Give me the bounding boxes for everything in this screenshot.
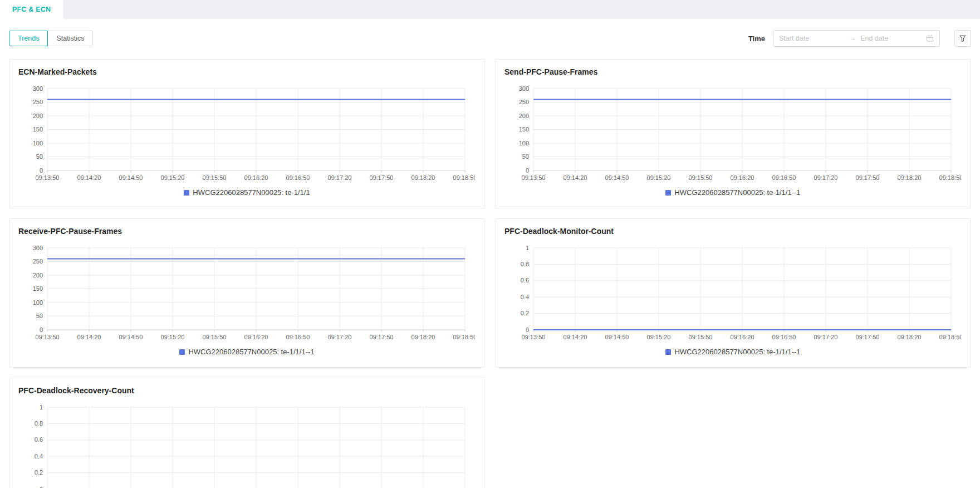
- legend-item[interactable]: HWCG2206028577N00025: te-1/1/1--1: [665, 348, 800, 356]
- svg-text:09:14:20: 09:14:20: [564, 174, 587, 181]
- svg-text:09:13:50: 09:13:50: [522, 174, 546, 181]
- svg-text:150: 150: [33, 126, 43, 133]
- svg-text:300: 300: [33, 245, 43, 251]
- chart-card: Receive-PFC-Pause-Frames 050100150200250…: [9, 218, 485, 368]
- chart-title: PFC-Deadlock-Monitor-Count: [504, 227, 962, 236]
- svg-text:0.8: 0.8: [521, 261, 529, 267]
- svg-text:0.8: 0.8: [35, 420, 43, 427]
- svg-text:0: 0: [40, 326, 43, 333]
- svg-text:09:15:50: 09:15:50: [203, 174, 227, 181]
- svg-text:09:15:50: 09:15:50: [203, 334, 227, 340]
- svg-text:0.4: 0.4: [35, 453, 43, 460]
- svg-text:200: 200: [519, 113, 529, 119]
- time-label: Time: [748, 35, 765, 43]
- svg-text:0.6: 0.6: [521, 277, 529, 284]
- svg-text:09:17:50: 09:17:50: [370, 174, 394, 181]
- legend-swatch-icon: [665, 349, 671, 355]
- svg-text:09:18:20: 09:18:20: [411, 334, 435, 340]
- svg-text:09:16:20: 09:16:20: [731, 334, 754, 340]
- tab-pfc-ecn[interactable]: PFC & ECN: [0, 0, 63, 19]
- svg-text:250: 250: [33, 99, 43, 105]
- svg-text:1: 1: [40, 404, 43, 411]
- toolbar: Trends Statistics Time Start date → End …: [9, 30, 971, 47]
- svg-text:09:17:20: 09:17:20: [814, 174, 838, 181]
- statistics-button[interactable]: Statistics: [47, 31, 93, 46]
- calendar-icon: [926, 35, 934, 42]
- svg-text:09:18:20: 09:18:20: [411, 174, 435, 181]
- view-toggle: Trends Statistics: [9, 31, 93, 46]
- svg-text:0: 0: [40, 486, 43, 488]
- end-date-input[interactable]: End date: [860, 35, 926, 42]
- chart-plot[interactable]: 00.20.40.60.8109:13:5009:14:2009:14:5009…: [18, 402, 476, 488]
- chart-card: PFC-Deadlock-Monitor-Count 00.20.40.60.8…: [495, 218, 971, 368]
- svg-text:0.2: 0.2: [35, 469, 43, 476]
- svg-text:250: 250: [33, 258, 43, 265]
- svg-text:250: 250: [519, 99, 529, 105]
- chart-title: Send-PFC-Pause-Frames: [504, 67, 962, 76]
- toolbar-right: Time Start date → End date: [748, 30, 971, 47]
- svg-text:300: 300: [519, 85, 529, 92]
- svg-text:09:13:50: 09:13:50: [36, 334, 60, 340]
- svg-text:09:18:50: 09:18:50: [939, 334, 961, 340]
- chart-plot[interactable]: 05010015020025030009:13:5009:14:2009:14:…: [18, 242, 476, 345]
- legend-label: HWCG2206028577N00025: te-1/1/1: [193, 188, 310, 197]
- svg-text:50: 50: [36, 153, 43, 160]
- legend-item[interactable]: HWCG2206028577N00025: te-1/1/1--1: [179, 348, 314, 356]
- chart-plot[interactable]: 05010015020025030009:13:5009:14:2009:14:…: [18, 83, 476, 186]
- svg-text:50: 50: [522, 153, 529, 160]
- svg-text:100: 100: [33, 140, 43, 147]
- svg-text:09:15:50: 09:15:50: [689, 334, 713, 340]
- svg-text:09:15:50: 09:15:50: [689, 174, 713, 181]
- svg-text:0: 0: [526, 326, 529, 333]
- start-date-input[interactable]: Start date: [779, 35, 845, 42]
- svg-text:09:16:20: 09:16:20: [244, 334, 268, 340]
- svg-text:09:16:20: 09:16:20: [731, 174, 754, 181]
- svg-text:09:16:20: 09:16:20: [244, 174, 268, 181]
- svg-text:300: 300: [33, 85, 43, 92]
- svg-text:09:18:50: 09:18:50: [939, 174, 961, 181]
- svg-text:0: 0: [526, 167, 529, 174]
- chart-legend: HWCG2206028577N00025: te-1/1/1--1: [18, 348, 476, 356]
- svg-text:200: 200: [33, 113, 43, 119]
- svg-text:09:14:20: 09:14:20: [77, 334, 101, 340]
- tab-bar: PFC & ECN: [0, 0, 980, 19]
- svg-text:09:15:20: 09:15:20: [647, 174, 671, 181]
- svg-text:200: 200: [33, 272, 43, 279]
- svg-text:09:14:50: 09:14:50: [605, 174, 629, 181]
- date-range-picker[interactable]: Start date → End date: [773, 30, 940, 47]
- svg-text:09:13:50: 09:13:50: [36, 174, 60, 181]
- chart-title: ECN-Marked-Packets: [18, 67, 476, 76]
- svg-text:0.2: 0.2: [521, 310, 529, 316]
- chart-plot[interactable]: 05010015020025030009:13:5009:14:2009:14:…: [504, 83, 962, 186]
- svg-text:09:17:20: 09:17:20: [328, 174, 352, 181]
- chart-title: PFC-Deadlock-Recovery-Count: [18, 386, 476, 395]
- legend-item[interactable]: HWCG2206028577N00025: te-1/1/1--1: [665, 188, 800, 197]
- svg-text:1: 1: [526, 245, 529, 251]
- chart-card: Send-PFC-Pause-Frames 050100150200250300…: [495, 59, 971, 208]
- svg-text:09:14:50: 09:14:50: [119, 334, 143, 340]
- svg-text:09:17:20: 09:17:20: [814, 334, 838, 340]
- arrow-right-icon: →: [849, 35, 856, 42]
- svg-text:150: 150: [33, 285, 43, 292]
- svg-text:09:16:50: 09:16:50: [772, 174, 796, 181]
- svg-text:09:14:20: 09:14:20: [77, 174, 101, 181]
- legend-label: HWCG2206028577N00025: te-1/1/1--1: [674, 188, 800, 197]
- legend-swatch-icon: [665, 190, 671, 196]
- chart-plot[interactable]: 00.20.40.60.8109:13:5009:14:2009:14:5009…: [504, 242, 962, 345]
- svg-text:09:16:50: 09:16:50: [772, 334, 796, 340]
- trends-button[interactable]: Trends: [9, 31, 48, 46]
- svg-text:09:16:50: 09:16:50: [286, 174, 310, 181]
- filter-button[interactable]: [954, 30, 971, 47]
- svg-text:09:17:50: 09:17:50: [856, 174, 880, 181]
- svg-text:09:18:50: 09:18:50: [453, 174, 475, 181]
- chart-title: Receive-PFC-Pause-Frames: [18, 227, 476, 236]
- legend-item[interactable]: HWCG2206028577N00025: te-1/1/1: [184, 188, 310, 197]
- svg-text:0: 0: [40, 167, 43, 174]
- svg-text:09:18:20: 09:18:20: [898, 174, 922, 181]
- svg-text:09:17:50: 09:17:50: [856, 334, 880, 340]
- chart-legend: HWCG2206028577N00025: te-1/1/1: [18, 188, 476, 197]
- svg-text:09:16:50: 09:16:50: [286, 334, 310, 340]
- chart-legend: HWCG2206028577N00025: te-1/1/1--1: [504, 348, 962, 356]
- svg-text:0.4: 0.4: [521, 294, 529, 300]
- svg-text:100: 100: [33, 299, 43, 306]
